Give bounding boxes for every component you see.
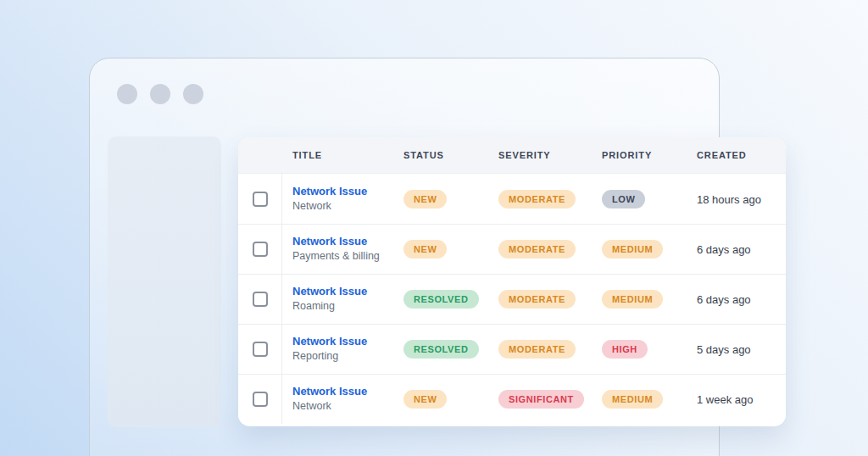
issue-subtitle: Reporting <box>292 351 393 363</box>
window-controls <box>117 84 203 104</box>
sidebar-placeholder <box>108 136 221 427</box>
issue-title-link[interactable]: Network Issue <box>292 386 393 398</box>
header-checkbox-spacer <box>238 137 282 173</box>
issue-subtitle: Roaming <box>292 301 393 313</box>
table-row: Network Issue Roaming RESOLVED MODERATE … <box>238 274 786 324</box>
severity-badge: MODERATE <box>498 340 576 359</box>
priority-badge: HIGH <box>602 340 648 359</box>
created-timestamp: 6 days ago <box>697 293 751 306</box>
issue-title-link[interactable]: Network Issue <box>292 236 393 248</box>
issue-subtitle: Network <box>292 201 393 213</box>
severity-badge: MODERATE <box>498 240 576 259</box>
column-header-priority[interactable]: PRIORITY <box>592 150 687 160</box>
column-header-title[interactable]: TITLE <box>282 150 393 160</box>
severity-badge: MODERATE <box>498 190 576 209</box>
table-row: Network Issue Network NEW MODERATE LOW 1… <box>238 174 786 224</box>
issue-subtitle: Network <box>292 401 393 413</box>
row-checkbox[interactable] <box>253 192 268 207</box>
column-header-created[interactable]: CREATED <box>687 150 786 160</box>
created-timestamp: 5 days ago <box>697 343 751 356</box>
issue-title-link[interactable]: Network Issue <box>292 336 393 348</box>
created-timestamp: 18 hours ago <box>697 193 761 206</box>
status-badge: RESOLVED <box>403 340 479 359</box>
row-checkbox[interactable] <box>253 242 268 257</box>
column-header-status[interactable]: STATUS <box>393 150 488 160</box>
severity-badge: MODERATE <box>498 290 576 309</box>
priority-badge: MEDIUM <box>602 390 663 409</box>
issue-title-link[interactable]: Network Issue <box>292 186 393 198</box>
row-checkbox[interactable] <box>253 392 268 407</box>
status-badge: RESOLVED <box>403 290 479 309</box>
created-timestamp: 1 week ago <box>697 393 754 406</box>
status-badge: NEW <box>403 190 447 209</box>
priority-badge: MEDIUM <box>602 290 663 309</box>
table-header-row: TITLE STATUS SEVERITY PRIORITY CREATED <box>238 137 786 174</box>
table-row: Network Issue Network NEW SIGNIFICANT ME… <box>238 374 786 424</box>
window-control-dot-icon[interactable] <box>117 84 137 104</box>
priority-badge: MEDIUM <box>602 240 663 259</box>
status-badge: NEW <box>403 390 447 409</box>
priority-badge: LOW <box>602 190 645 209</box>
severity-badge: SIGNIFICANT <box>498 390 584 409</box>
created-timestamp: 6 days ago <box>697 243 751 256</box>
column-header-severity[interactable]: SEVERITY <box>488 150 592 160</box>
issue-subtitle: Payments & billing <box>292 251 393 263</box>
issue-title-link[interactable]: Network Issue <box>292 286 393 298</box>
table-row: Network Issue Payments & billing NEW MOD… <box>238 224 786 274</box>
window-control-dot-icon[interactable] <box>150 84 170 104</box>
window-control-dot-icon[interactable] <box>183 84 203 104</box>
status-badge: NEW <box>403 240 447 259</box>
row-checkbox[interactable] <box>253 342 268 357</box>
row-checkbox[interactable] <box>253 292 268 307</box>
table-row: Network Issue Reporting RESOLVED MODERAT… <box>238 324 786 374</box>
issues-table-card: TITLE STATUS SEVERITY PRIORITY CREATED N… <box>238 137 786 426</box>
